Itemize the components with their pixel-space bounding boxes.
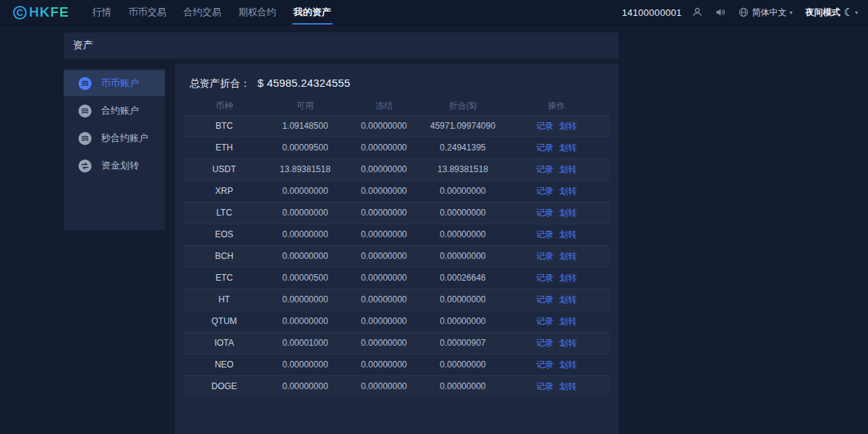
- coin-cell: HT: [184, 289, 265, 310]
- transfer-link[interactable]: 划转: [559, 273, 576, 283]
- available-cell: 0.00000000: [265, 375, 346, 397]
- available-cell: 1.09148500: [265, 115, 346, 137]
- available-cell: 0.00001000: [265, 332, 346, 354]
- frozen-cell: 0.00000000: [346, 202, 422, 224]
- table-row: ETH0.000095000.000000000.24941395记录划转: [184, 137, 610, 158]
- record-link[interactable]: 记录: [536, 186, 553, 196]
- transfer-link[interactable]: 划转: [559, 381, 576, 391]
- actions-cell: 记录划转: [503, 289, 610, 310]
- transfer-link[interactable]: 划转: [559, 251, 576, 261]
- moon-icon: ☾: [844, 6, 854, 19]
- transfer-link[interactable]: 划转: [559, 208, 576, 218]
- available-cell: 0.00000000: [265, 224, 346, 245]
- sidebar-item-spot-account[interactable]: 币币账户: [64, 70, 165, 96]
- converted-cell: 0.00000000: [422, 375, 503, 397]
- actions-cell: 记录划转: [503, 202, 610, 224]
- converted-cell: 0.00000000: [422, 202, 503, 224]
- chevron-down-icon: ▾: [855, 9, 858, 16]
- table-row: HT0.000000000.000000000.00000000记录划转: [184, 289, 610, 310]
- fund-transfer-icon: [78, 159, 92, 173]
- coin-cell: XRP: [184, 180, 265, 202]
- speaker-icon[interactable]: [712, 4, 728, 20]
- account-sidebar: 币币账户 合约账户 秒合约账户 资金划转: [64, 69, 165, 230]
- transfer-link[interactable]: 划转: [559, 316, 576, 326]
- transfer-link[interactable]: 划转: [559, 359, 576, 370]
- sidebar-item-fund-transfer[interactable]: 资金划转: [64, 153, 165, 179]
- table-row: DOGE0.000000000.000000000.00000000记录划转: [184, 375, 610, 397]
- record-link[interactable]: 记录: [536, 273, 553, 283]
- coin-cell: NEO: [184, 354, 265, 375]
- record-link[interactable]: 记录: [536, 381, 553, 391]
- active-tab-underline: [292, 23, 333, 25]
- nav-item-my-assets[interactable]: 我的资产: [288, 0, 337, 25]
- converted-cell: 0.00000000: [422, 180, 503, 202]
- header-coin: 币种: [184, 98, 265, 115]
- record-link[interactable]: 记录: [536, 316, 553, 326]
- user-icon[interactable]: [689, 4, 705, 20]
- nav-item-options-contract[interactable]: 期权合约: [233, 0, 282, 25]
- record-link[interactable]: 记录: [536, 338, 553, 348]
- converted-cell: 0.24941395: [422, 137, 503, 158]
- converted-cell: 0.00000000: [422, 245, 503, 267]
- transfer-link[interactable]: 划转: [559, 121, 576, 131]
- sidebar-item-contract-account[interactable]: 合约账户: [64, 98, 165, 124]
- frozen-cell: 0.00000000: [346, 375, 422, 397]
- converted-cell: 0.00000907: [422, 332, 503, 354]
- actions-cell: 记录划转: [503, 354, 610, 375]
- actions-cell: 记录划转: [503, 267, 610, 289]
- globe-icon: [739, 7, 749, 17]
- nav-item-market[interactable]: 行情: [87, 0, 117, 25]
- available-cell: 0.00000000: [265, 245, 346, 267]
- table-row: BTC1.091485000.0000000045971.09974090记录划…: [184, 115, 610, 137]
- converted-cell: 0.00000000: [422, 310, 503, 332]
- total-assets-label: 总资产折合：: [190, 77, 250, 90]
- record-link[interactable]: 记录: [536, 359, 553, 370]
- available-cell: 0.00000000: [265, 310, 346, 332]
- record-link[interactable]: 记录: [536, 294, 553, 305]
- sidebar-item-second-contract-account[interactable]: 秒合约账户: [64, 125, 165, 151]
- transfer-link[interactable]: 划转: [559, 142, 576, 153]
- nav-item-spot-trade[interactable]: 币币交易: [123, 0, 172, 25]
- transfer-link[interactable]: 划转: [559, 186, 576, 196]
- table-row: QTUM0.000000000.000000000.00000000记录划转: [184, 310, 610, 332]
- brand-logo-icon: C: [13, 6, 27, 20]
- record-link[interactable]: 记录: [536, 251, 553, 261]
- record-link[interactable]: 记录: [536, 121, 553, 131]
- converted-cell: 0.00000000: [422, 224, 503, 245]
- record-link[interactable]: 记录: [536, 229, 553, 239]
- table-header-row: 币种 可用 冻结 折合($) 操作: [184, 98, 610, 115]
- record-link[interactable]: 记录: [536, 164, 553, 174]
- available-cell: 0.00000000: [265, 289, 346, 310]
- contract-account-icon: [78, 104, 92, 118]
- coin-cell: LTC: [184, 202, 265, 224]
- transfer-link[interactable]: 划转: [559, 338, 576, 348]
- actions-cell: 记录划转: [503, 245, 610, 267]
- coin-cell: DOGE: [184, 375, 265, 397]
- table-row: IOTA0.000010000.000000000.00000907记录划转: [184, 332, 610, 354]
- language-selector[interactable]: 简体中文 ▾: [739, 7, 793, 19]
- record-link[interactable]: 记录: [536, 208, 553, 218]
- converted-cell: 45971.09974090: [422, 115, 503, 137]
- transfer-link[interactable]: 划转: [559, 164, 576, 174]
- brand-logo[interactable]: C HKFE: [13, 4, 69, 20]
- record-link[interactable]: 记录: [536, 142, 553, 153]
- converted-cell: 0.00000000: [422, 289, 503, 310]
- frozen-cell: 0.00000000: [346, 224, 422, 245]
- topbar: C HKFE 行情 币币交易 合约交易 期权合约 我的资产 1410000000…: [0, 0, 868, 25]
- sidebar-item-label: 秒合约账户: [101, 132, 148, 145]
- night-mode-toggle[interactable]: 夜间模式 ☾ ▾: [806, 6, 858, 19]
- transfer-link[interactable]: 划转: [559, 229, 576, 239]
- nav-item-contract-trade[interactable]: 合约交易: [178, 0, 227, 25]
- transfer-link[interactable]: 划转: [559, 294, 576, 305]
- table-row: USDT13.893815180.0000000013.89381518记录划转: [184, 158, 610, 180]
- page-title: 资产: [73, 39, 93, 52]
- nav-item-label: 合约交易: [184, 6, 221, 19]
- actions-cell: 记录划转: [503, 137, 610, 158]
- language-label: 简体中文: [752, 7, 787, 19]
- sidebar-item-label: 币币账户: [101, 77, 139, 90]
- header-actions: 操作: [503, 98, 610, 115]
- actions-cell: 记录划转: [503, 180, 610, 202]
- total-assets-row: 总资产折合： $ 45985.24324555: [184, 72, 610, 98]
- actions-cell: 记录划转: [503, 332, 610, 354]
- frozen-cell: 0.00000000: [346, 332, 422, 354]
